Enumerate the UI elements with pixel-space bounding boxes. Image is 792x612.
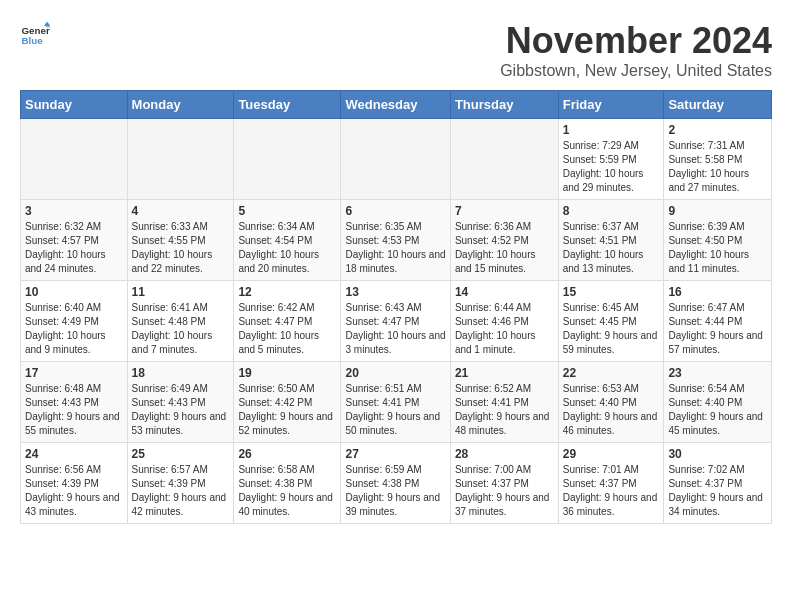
day-number: 6	[345, 204, 445, 218]
day-info: Sunrise: 6:33 AM Sunset: 4:55 PM Dayligh…	[132, 220, 230, 276]
day-cell: 22Sunrise: 6:53 AM Sunset: 4:40 PM Dayli…	[558, 362, 664, 443]
day-info: Sunrise: 6:52 AM Sunset: 4:41 PM Dayligh…	[455, 382, 554, 438]
day-info: Sunrise: 6:56 AM Sunset: 4:39 PM Dayligh…	[25, 463, 123, 519]
day-number: 21	[455, 366, 554, 380]
weekday-header-thursday: Thursday	[450, 91, 558, 119]
day-info: Sunrise: 7:01 AM Sunset: 4:37 PM Dayligh…	[563, 463, 660, 519]
day-cell: 27Sunrise: 6:59 AM Sunset: 4:38 PM Dayli…	[341, 443, 450, 524]
day-cell: 25Sunrise: 6:57 AM Sunset: 4:39 PM Dayli…	[127, 443, 234, 524]
day-number: 18	[132, 366, 230, 380]
week-row-5: 24Sunrise: 6:56 AM Sunset: 4:39 PM Dayli…	[21, 443, 772, 524]
day-cell: 10Sunrise: 6:40 AM Sunset: 4:49 PM Dayli…	[21, 281, 128, 362]
week-row-4: 17Sunrise: 6:48 AM Sunset: 4:43 PM Dayli…	[21, 362, 772, 443]
day-number: 1	[563, 123, 660, 137]
logo-icon: General Blue	[20, 20, 50, 50]
day-info: Sunrise: 6:35 AM Sunset: 4:53 PM Dayligh…	[345, 220, 445, 276]
day-cell: 14Sunrise: 6:44 AM Sunset: 4:46 PM Dayli…	[450, 281, 558, 362]
weekday-header-row: SundayMondayTuesdayWednesdayThursdayFrid…	[21, 91, 772, 119]
day-number: 20	[345, 366, 445, 380]
day-info: Sunrise: 7:00 AM Sunset: 4:37 PM Dayligh…	[455, 463, 554, 519]
day-number: 8	[563, 204, 660, 218]
day-number: 23	[668, 366, 767, 380]
svg-text:General: General	[22, 25, 51, 36]
day-cell: 4Sunrise: 6:33 AM Sunset: 4:55 PM Daylig…	[127, 200, 234, 281]
day-info: Sunrise: 6:45 AM Sunset: 4:45 PM Dayligh…	[563, 301, 660, 357]
weekday-header-friday: Friday	[558, 91, 664, 119]
day-cell	[341, 119, 450, 200]
day-number: 13	[345, 285, 445, 299]
day-cell: 17Sunrise: 6:48 AM Sunset: 4:43 PM Dayli…	[21, 362, 128, 443]
day-cell: 3Sunrise: 6:32 AM Sunset: 4:57 PM Daylig…	[21, 200, 128, 281]
day-number: 16	[668, 285, 767, 299]
day-number: 15	[563, 285, 660, 299]
week-row-3: 10Sunrise: 6:40 AM Sunset: 4:49 PM Dayli…	[21, 281, 772, 362]
day-number: 10	[25, 285, 123, 299]
day-cell	[450, 119, 558, 200]
day-info: Sunrise: 6:48 AM Sunset: 4:43 PM Dayligh…	[25, 382, 123, 438]
day-info: Sunrise: 7:31 AM Sunset: 5:58 PM Dayligh…	[668, 139, 767, 195]
day-number: 17	[25, 366, 123, 380]
day-number: 29	[563, 447, 660, 461]
day-number: 5	[238, 204, 336, 218]
day-number: 7	[455, 204, 554, 218]
day-info: Sunrise: 6:41 AM Sunset: 4:48 PM Dayligh…	[132, 301, 230, 357]
day-cell	[127, 119, 234, 200]
day-number: 22	[563, 366, 660, 380]
day-cell: 1Sunrise: 7:29 AM Sunset: 5:59 PM Daylig…	[558, 119, 664, 200]
weekday-header-sunday: Sunday	[21, 91, 128, 119]
day-cell: 7Sunrise: 6:36 AM Sunset: 4:52 PM Daylig…	[450, 200, 558, 281]
title-block: November 2024 Gibbstown, New Jersey, Uni…	[500, 20, 772, 80]
day-info: Sunrise: 6:34 AM Sunset: 4:54 PM Dayligh…	[238, 220, 336, 276]
day-info: Sunrise: 6:39 AM Sunset: 4:50 PM Dayligh…	[668, 220, 767, 276]
logo: General Blue	[20, 20, 50, 50]
day-info: Sunrise: 6:49 AM Sunset: 4:43 PM Dayligh…	[132, 382, 230, 438]
day-number: 3	[25, 204, 123, 218]
day-info: Sunrise: 7:29 AM Sunset: 5:59 PM Dayligh…	[563, 139, 660, 195]
day-info: Sunrise: 7:02 AM Sunset: 4:37 PM Dayligh…	[668, 463, 767, 519]
day-cell: 21Sunrise: 6:52 AM Sunset: 4:41 PM Dayli…	[450, 362, 558, 443]
day-cell: 24Sunrise: 6:56 AM Sunset: 4:39 PM Dayli…	[21, 443, 128, 524]
day-info: Sunrise: 6:43 AM Sunset: 4:47 PM Dayligh…	[345, 301, 445, 357]
day-info: Sunrise: 6:53 AM Sunset: 4:40 PM Dayligh…	[563, 382, 660, 438]
day-cell: 8Sunrise: 6:37 AM Sunset: 4:51 PM Daylig…	[558, 200, 664, 281]
day-cell: 9Sunrise: 6:39 AM Sunset: 4:50 PM Daylig…	[664, 200, 772, 281]
month-title: November 2024	[500, 20, 772, 62]
day-number: 19	[238, 366, 336, 380]
day-cell: 16Sunrise: 6:47 AM Sunset: 4:44 PM Dayli…	[664, 281, 772, 362]
day-info: Sunrise: 6:57 AM Sunset: 4:39 PM Dayligh…	[132, 463, 230, 519]
day-info: Sunrise: 6:37 AM Sunset: 4:51 PM Dayligh…	[563, 220, 660, 276]
day-cell: 18Sunrise: 6:49 AM Sunset: 4:43 PM Dayli…	[127, 362, 234, 443]
day-number: 12	[238, 285, 336, 299]
weekday-header-saturday: Saturday	[664, 91, 772, 119]
day-info: Sunrise: 6:40 AM Sunset: 4:49 PM Dayligh…	[25, 301, 123, 357]
day-number: 14	[455, 285, 554, 299]
day-cell: 30Sunrise: 7:02 AM Sunset: 4:37 PM Dayli…	[664, 443, 772, 524]
day-cell: 23Sunrise: 6:54 AM Sunset: 4:40 PM Dayli…	[664, 362, 772, 443]
day-number: 2	[668, 123, 767, 137]
day-info: Sunrise: 6:36 AM Sunset: 4:52 PM Dayligh…	[455, 220, 554, 276]
page-header: General Blue November 2024 Gibbstown, Ne…	[20, 20, 772, 80]
day-cell	[234, 119, 341, 200]
day-cell: 5Sunrise: 6:34 AM Sunset: 4:54 PM Daylig…	[234, 200, 341, 281]
day-cell: 29Sunrise: 7:01 AM Sunset: 4:37 PM Dayli…	[558, 443, 664, 524]
day-number: 24	[25, 447, 123, 461]
week-row-2: 3Sunrise: 6:32 AM Sunset: 4:57 PM Daylig…	[21, 200, 772, 281]
day-info: Sunrise: 6:50 AM Sunset: 4:42 PM Dayligh…	[238, 382, 336, 438]
day-cell: 6Sunrise: 6:35 AM Sunset: 4:53 PM Daylig…	[341, 200, 450, 281]
day-cell: 28Sunrise: 7:00 AM Sunset: 4:37 PM Dayli…	[450, 443, 558, 524]
weekday-header-wednesday: Wednesday	[341, 91, 450, 119]
day-cell: 13Sunrise: 6:43 AM Sunset: 4:47 PM Dayli…	[341, 281, 450, 362]
day-number: 30	[668, 447, 767, 461]
day-number: 4	[132, 204, 230, 218]
day-cell: 2Sunrise: 7:31 AM Sunset: 5:58 PM Daylig…	[664, 119, 772, 200]
day-number: 25	[132, 447, 230, 461]
day-cell: 12Sunrise: 6:42 AM Sunset: 4:47 PM Dayli…	[234, 281, 341, 362]
day-number: 26	[238, 447, 336, 461]
day-info: Sunrise: 6:59 AM Sunset: 4:38 PM Dayligh…	[345, 463, 445, 519]
day-number: 11	[132, 285, 230, 299]
calendar-table: SundayMondayTuesdayWednesdayThursdayFrid…	[20, 90, 772, 524]
svg-text:Blue: Blue	[22, 35, 44, 46]
day-cell: 19Sunrise: 6:50 AM Sunset: 4:42 PM Dayli…	[234, 362, 341, 443]
day-info: Sunrise: 6:44 AM Sunset: 4:46 PM Dayligh…	[455, 301, 554, 357]
week-row-1: 1Sunrise: 7:29 AM Sunset: 5:59 PM Daylig…	[21, 119, 772, 200]
